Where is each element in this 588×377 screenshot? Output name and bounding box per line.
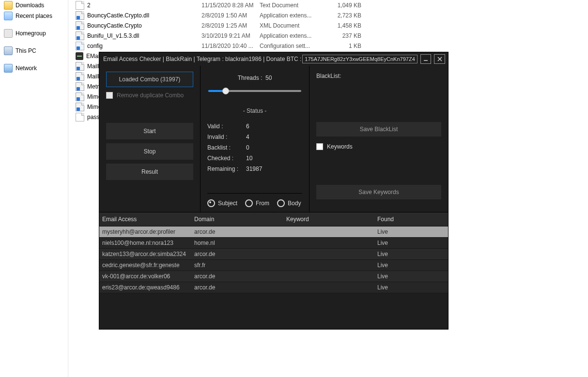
save-keywords-button[interactable]: Save Keywords [316,185,441,199]
explorer-nav-pane: Downloads Recent places Homegroup This P… [0,0,68,74]
file-size: 1 KB [327,43,366,49]
cell-domain: home.nl [191,240,283,246]
radio-from-label: From [256,200,269,207]
file-name: BouncyCastle.Crypto [87,22,142,29]
keywords-row[interactable]: Keywords [316,143,441,150]
remove-duplicate-checkbox[interactable] [106,92,113,99]
status-checked-value: 10 [246,155,252,162]
titlebar[interactable]: Email Access Checker | BlackRain | Teleg… [99,52,448,66]
file-size: 237 KB [327,32,366,39]
file-type: Configuration sett... [260,43,327,49]
file-date: 2/8/2019 1:25 AM [201,22,260,29]
file-icon [76,1,84,10]
btc-address[interactable]: 175A7JNERg82zY3xwGEEMq8EyCnKn797Z4 [302,55,417,63]
recent-icon [4,12,13,20]
cell-email: niels100@home.nl:nora123 [99,240,191,246]
nav-network[interactable]: Network [0,63,68,74]
radio-body-label: Body [288,200,301,207]
cell-domain: arcor.de [191,228,283,235]
file-icon [76,11,84,20]
cell-found: Live [374,273,448,280]
blacklist-textarea[interactable] [316,82,441,117]
nav-label: Downloads [15,2,44,9]
nav-downloads[interactable]: Downloads [0,0,68,11]
result-label: Result [141,168,158,175]
col-keyword[interactable]: Keyword [283,216,374,223]
result-row[interactable]: cedric.geneste@sfr.fr:genestesfr.frLive [99,260,448,271]
file-date: 2/8/2019 1:50 AM [201,12,260,19]
file-icon [76,82,84,91]
nav-this-pc[interactable]: This PC [0,45,68,56]
cell-found: Live [374,240,448,246]
status-valid-key: Valid : [207,123,246,130]
stop-button[interactable]: Stop [106,143,193,160]
file-date: 3/10/2019 9:21 AM [201,32,260,39]
start-button[interactable]: Start [106,123,193,139]
status-invalid-key: Invalid : [207,134,246,140]
threads-slider[interactable] [208,86,301,96]
radio-body[interactable]: Body [277,199,301,207]
status-remaining-value: 31987 [246,166,262,172]
file-icon [76,92,84,101]
file-row[interactable]: config11/18/2020 10:40 ...Configuration … [73,41,588,51]
file-icon [76,31,84,40]
result-row[interactable]: niels100@home.nl:nora123home.nlLive [99,238,448,249]
file-icon [76,72,84,81]
nav-recent-places[interactable]: Recent places [0,11,68,21]
col-domain[interactable]: Domain [191,216,283,223]
folder-icon [4,1,13,10]
minimize-button[interactable] [420,54,432,64]
result-button[interactable]: Result [106,164,193,180]
status-panel: Threads : 50 - Status - Valid :6 Invalid… [200,66,309,212]
cell-found: Live [374,228,448,235]
radio-subject[interactable]: Subject [207,199,237,207]
result-row[interactable]: katzen133@arcor.de:simba2324arcor.deLive [99,249,448,260]
radio-from[interactable]: From [245,199,269,207]
status-valid-value: 6 [246,123,249,130]
file-row[interactable]: 211/15/2020 8:28 AMText Document1,049 KB [73,0,588,10]
col-found[interactable]: Found [374,216,448,223]
cell-domain: arcor.de [191,284,283,291]
save-blacklist-label: Save BlackList [360,126,398,133]
col-email[interactable]: Email Access [99,216,191,223]
file-date: 11/18/2020 10:40 ... [201,43,260,49]
computer-icon [4,46,13,55]
file-type: XML Document [260,22,327,29]
results-body: mysteryhh@arcor.de:profilerarcor.deLiven… [99,226,448,293]
cell-domain: sfr.fr [191,262,283,269]
file-type: Text Document [260,2,327,9]
nav-label: Recent places [15,13,52,19]
status-backlist-value: 0 [246,144,249,151]
threads-label: Threads : 50 [207,75,302,81]
homegroup-icon [4,29,13,38]
cell-found: Live [374,251,448,257]
close-button[interactable] [434,54,445,64]
cell-email: vk-001@arcor.de:volker06 [99,273,191,280]
file-row[interactable]: Bunifu_UI_v1.5.3.dll3/10/2019 9:21 AMApp… [73,30,588,41]
file-size: 1,049 KB [327,2,366,9]
file-size: 1,458 KB [327,22,366,29]
lists-panel: BlackList: Save BlackList Keywords Save … [309,66,448,212]
blacklist-label: BlackList: [316,73,441,79]
keywords-checkbox[interactable] [316,143,323,150]
nav-homegroup[interactable]: Homegroup [0,28,68,39]
pane-divider[interactable] [68,0,68,377]
result-row[interactable]: eris23@arcor.de:qweasd9486arcor.deLive [99,282,448,293]
result-row[interactable]: vk-001@arcor.de:volker06arcor.deLive [99,271,448,282]
save-blacklist-button[interactable]: Save BlackList [316,122,441,136]
result-row[interactable]: mysteryhh@arcor.de:profilerarcor.deLive [99,226,448,238]
file-name: BouncyCastle.Crypto.dll [87,12,149,19]
load-combo-button[interactable]: Loaded Combo (31997) [106,72,193,87]
radio-subject-label: Subject [218,200,237,207]
cell-domain: arcor.de [191,251,283,257]
slider-thumb[interactable] [222,88,229,94]
window-title: Email Access Checker | BlackRain | Teleg… [103,56,301,62]
file-icon [76,103,84,111]
file-row[interactable]: BouncyCastle.Crypto2/8/2019 1:25 AMXML D… [73,20,588,30]
remove-duplicate-row[interactable]: Remove duplicate Combo [106,92,193,99]
file-row[interactable]: BouncyCastle.Crypto.dll2/8/2019 1:50 AMA… [73,10,588,20]
file-name: 2 [87,2,91,9]
cell-email: katzen133@arcor.de:simba2324 [99,251,191,257]
keywords-textarea[interactable] [316,153,441,180]
file-size: 2,723 KB [327,12,366,19]
